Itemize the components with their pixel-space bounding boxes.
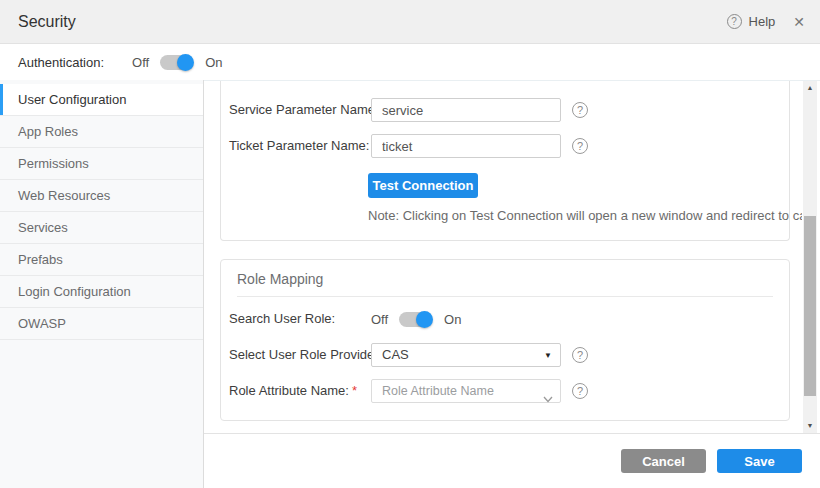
sidebar-item-user-configuration[interactable]: User Configuration: [0, 84, 203, 116]
scroll-up-icon[interactable]: ▲: [803, 81, 817, 95]
help-icon[interactable]: ?: [572, 383, 588, 399]
sidebar-item-login-configuration[interactable]: Login Configuration: [0, 276, 203, 308]
sidebar-item-services[interactable]: Services: [0, 212, 203, 244]
toggle-knob: [416, 311, 433, 328]
service-parameter-row: Service Parameter Name:* ?: [221, 98, 789, 122]
main-content: Service Parameter Name:* ? Ticket Parame…: [204, 80, 820, 488]
security-dialog: Security ? Help ✕ Authentication: Off On…: [0, 0, 820, 488]
search-user-role-toggle[interactable]: [399, 312, 432, 327]
scroll-down-icon[interactable]: ▼: [803, 419, 817, 433]
search-user-role-label: Search User Role:: [229, 307, 335, 331]
vertical-scrollbar[interactable]: ▲ ▼: [803, 81, 817, 433]
save-button[interactable]: Save: [717, 449, 802, 473]
role-provider-label: Select User Role Provider:: [229, 343, 382, 367]
sidebar-item-label: Prefabs: [18, 252, 63, 267]
page-title: Security: [18, 13, 76, 31]
sidebar-item-permissions[interactable]: Permissions: [0, 148, 203, 180]
ticket-parameter-input[interactable]: [371, 134, 561, 158]
sidebar-item-prefabs[interactable]: Prefabs: [0, 244, 203, 276]
service-parameter-label: Service Parameter Name:*: [229, 98, 387, 122]
sidebar-item-label: Permissions: [18, 156, 89, 171]
authentication-on-label: On: [205, 55, 222, 70]
sidebar-item-label: Services: [18, 220, 68, 235]
sidebar-item-label: Login Configuration: [18, 284, 131, 299]
footer-actions: Cancel Save: [204, 433, 820, 488]
sidebar-item-web-resources[interactable]: Web Resources: [0, 180, 203, 212]
test-connection-button[interactable]: Test Connection: [368, 173, 478, 198]
titlebar-actions: ? Help ✕: [727, 14, 805, 30]
chevron-down-icon: [543, 388, 553, 410]
service-parameter-input[interactable]: [371, 98, 561, 122]
role-mapping-title: Role Mapping: [237, 260, 773, 297]
sidebar-item-label: User Configuration: [18, 92, 126, 107]
sidebar: User Configuration App Roles Permissions…: [0, 80, 204, 488]
sidebar-item-label: Web Resources: [18, 188, 110, 203]
help-icon[interactable]: ?: [727, 14, 742, 29]
sidebar-item-app-roles[interactable]: App Roles: [0, 116, 203, 148]
ticket-parameter-row: Ticket Parameter Name:* ?: [221, 134, 789, 158]
test-connection-note: Note: Clicking on Test Connection will o…: [368, 208, 802, 223]
help-icon[interactable]: ?: [572, 347, 588, 363]
cas-parameters-panel: Service Parameter Name:* ? Ticket Parame…: [220, 81, 790, 241]
help-link[interactable]: Help: [749, 14, 776, 29]
dialog-body: User Configuration App Roles Permissions…: [0, 80, 820, 488]
role-attribute-row: Role Attribute Name:* Role Attribute Nam…: [221, 379, 789, 403]
sidebar-item-label: App Roles: [18, 124, 78, 139]
sidebar-item-label: OWASP: [18, 316, 66, 331]
authentication-off-label: Off: [132, 55, 149, 70]
scrollbar-thumb[interactable]: [804, 216, 816, 396]
search-role-off-label: Off: [371, 312, 388, 327]
role-attribute-combobox[interactable]: Role Attribute Name: [371, 379, 561, 403]
authentication-row: Authentication: Off On: [0, 44, 820, 80]
search-user-role-row: Search User Role: Off On: [221, 307, 789, 331]
help-icon[interactable]: ?: [572, 138, 588, 154]
help-icon[interactable]: ?: [572, 102, 588, 118]
dropdown-arrow-icon: ▼: [544, 344, 552, 367]
cancel-button[interactable]: Cancel: [621, 449, 706, 473]
close-icon[interactable]: ✕: [793, 14, 805, 30]
scroll-viewport: Service Parameter Name:* ? Ticket Parame…: [204, 81, 802, 433]
selected-provider-value: CAS: [382, 347, 409, 362]
role-mapping-panel: Role Mapping Search User Role: Off On Se: [220, 259, 790, 421]
role-attribute-label: Role Attribute Name:*: [229, 379, 357, 403]
role-attribute-placeholder: Role Attribute Name: [382, 384, 494, 398]
role-provider-row: Select User Role Provider: CAS ▼ ?: [221, 343, 789, 367]
search-user-role-toggle-group: Off On: [371, 307, 461, 331]
toggle-knob: [177, 54, 194, 71]
active-indicator: [0, 84, 3, 115]
titlebar: Security ? Help ✕: [0, 0, 820, 44]
required-mark: *: [352, 383, 357, 398]
ticket-parameter-label: Ticket Parameter Name:*: [229, 134, 377, 158]
authentication-toggle[interactable]: [160, 55, 193, 70]
authentication-label: Authentication:: [18, 55, 104, 70]
user-role-provider-select[interactable]: CAS ▼: [371, 343, 561, 367]
search-role-on-label: On: [444, 312, 461, 327]
sidebar-item-owasp[interactable]: OWASP: [0, 308, 203, 340]
